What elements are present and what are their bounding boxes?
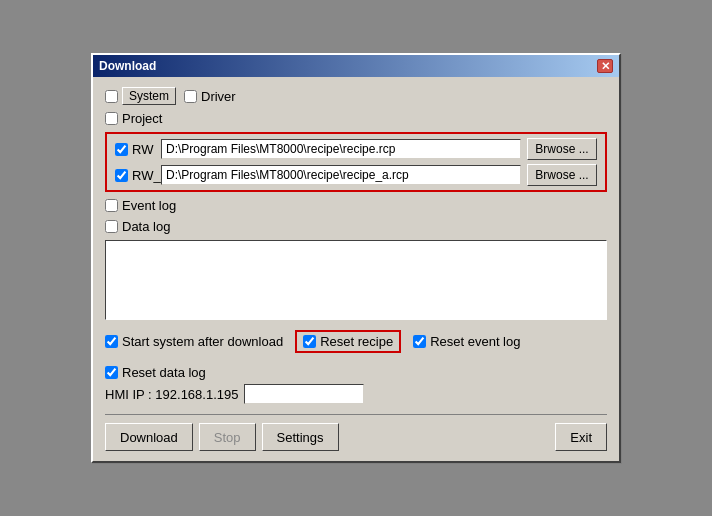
window-title: Download [99,59,156,73]
reset-recipe-box: Reset recipe [295,330,401,353]
reset-data-log-label: Reset data log [122,365,206,380]
data-log-checkbox-label[interactable]: Data log [105,219,170,234]
driver-checkbox-label[interactable]: Driver [184,89,236,104]
bottom-options: Start system after download Reset recipe… [105,330,607,380]
rw-section: RW Brwose ... RW_A Brwose ... [105,132,607,192]
stop-button[interactable]: Stop [199,423,256,451]
browse-rw-button[interactable]: Brwose ... [527,138,597,160]
reset-event-log-label: Reset event log [430,334,520,349]
hmi-ip-label: HMI IP : 192.168.1.195 [105,387,238,402]
event-log-label: Event log [122,198,176,213]
start-system-checkbox-label[interactable]: Start system after download [105,334,283,349]
system-driver-row: System Driver [105,87,607,105]
dialog-content: System Driver Project RW Brwo [93,77,619,461]
start-system-checkbox[interactable] [105,335,118,348]
button-row: Download Stop Settings Exit [105,414,607,451]
project-row: Project [105,111,607,126]
rw-a-path-input[interactable] [161,165,521,185]
rw-row: RW Brwose ... [115,138,597,160]
hmi-ip-row: HMI IP : 192.168.1.195 [105,384,607,404]
rw-checkbox-label[interactable]: RW [115,142,155,157]
hmi-ip-input[interactable] [244,384,364,404]
reset-event-log-checkbox[interactable] [413,335,426,348]
rw-checkbox[interactable] [115,143,128,156]
browse-rw-a-button[interactable]: Brwose ... [527,164,597,186]
event-log-row: Event log [105,198,607,213]
driver-label: Driver [201,89,236,104]
system-checkbox-label[interactable]: System [105,87,176,105]
project-label: Project [122,111,162,126]
data-log-row: Data log [105,219,607,234]
event-log-checkbox[interactable] [105,199,118,212]
rw-a-checkbox-label[interactable]: RW_A [115,168,155,183]
download-button[interactable]: Download [105,423,193,451]
rw-a-checkbox[interactable] [115,169,128,182]
data-log-label: Data log [122,219,170,234]
exit-button[interactable]: Exit [555,423,607,451]
reset-event-log-checkbox-label[interactable]: Reset event log [413,334,520,349]
project-checkbox[interactable] [105,112,118,125]
titlebar: Download ✕ [93,55,619,77]
reset-recipe-label: Reset recipe [320,334,393,349]
close-button[interactable]: ✕ [597,59,613,73]
reset-recipe-checkbox-label[interactable]: Reset recipe [303,334,393,349]
system-checkbox[interactable] [105,90,118,103]
rw-path-input[interactable] [161,139,521,159]
project-checkbox-label[interactable]: Project [105,111,162,126]
reset-recipe-checkbox[interactable] [303,335,316,348]
log-area [105,240,607,320]
system-button[interactable]: System [122,87,176,105]
event-log-checkbox-label[interactable]: Event log [105,198,176,213]
driver-checkbox[interactable] [184,90,197,103]
data-log-checkbox[interactable] [105,220,118,233]
settings-button[interactable]: Settings [262,423,339,451]
rw-a-row: RW_A Brwose ... [115,164,597,186]
start-system-label: Start system after download [122,334,283,349]
rw-label-text: RW [132,142,153,157]
reset-data-log-checkbox[interactable] [105,366,118,379]
download-dialog: Download ✕ System Driver Project [91,53,621,463]
reset-data-log-checkbox-label[interactable]: Reset data log [105,365,206,380]
